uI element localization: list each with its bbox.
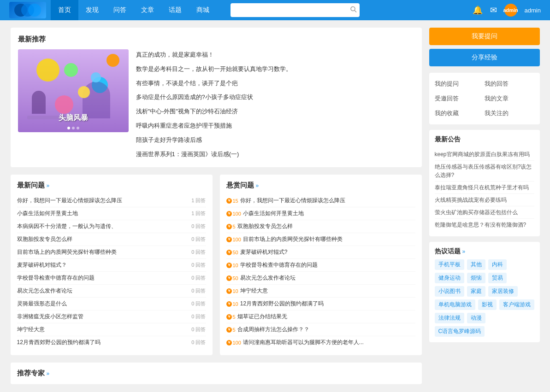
coin-icon-10: ￥ (226, 327, 232, 333)
lq-item-11[interactable]: 12月青西郊野公园的预约都满了吗 0 回答 (17, 336, 206, 349)
experts-title: 推荐专家 (17, 369, 45, 378)
dot-2[interactable] (72, 127, 75, 129)
my-answers[interactable]: 我的回答 (485, 78, 534, 89)
announce-title: 最新公告 (435, 135, 534, 144)
ask-button[interactable]: 我要提问 (429, 28, 540, 45)
lq-item-0[interactable]: 你好，我想问一下最近心情烦躁该怎么降压 1 回答 (17, 194, 206, 207)
my-favorites[interactable]: 我的收藏 (435, 108, 485, 119)
tag-7[interactable]: 家庭 (467, 286, 485, 297)
announce-item-2[interactable]: 泰拉瑞亚鹿角怪只在机荒种子里才有吗 (435, 181, 534, 194)
coin-icon-8: ￥ (226, 301, 232, 307)
featured-item-2[interactable]: 有些事情，不谈是个结，谈开了是个疤 (136, 78, 414, 89)
share-button[interactable]: 分享经验 (429, 49, 540, 66)
lq-item-2[interactable]: 本病病因不十分清楚，一般认为与遗传、 0 回答 (17, 220, 206, 233)
reward-q-link[interactable]: » (256, 182, 259, 189)
coin-icon: ￥ (226, 198, 232, 204)
bell-icon[interactable]: 🔔 (473, 5, 483, 15)
deco-circle-1 (36, 59, 59, 82)
rq-item-4[interactable]: ￥50 麦芽破碎机对辊式? (226, 246, 415, 259)
tag-5[interactable]: 贸易 (488, 273, 507, 283)
announce-item-5[interactable]: 乾隆御笔是啥意思？有没有乾隆御酒? (435, 219, 534, 231)
invited-answers[interactable]: 受邀回答 (435, 93, 485, 104)
tag-8[interactable]: 家居装修 (488, 286, 518, 297)
hot-topics-link[interactable]: » (462, 248, 466, 255)
tags-container: 手机平板 其他 内科 健身运动 烦恼 贸易 小说图书 家庭 家居装修 单机电脑游… (435, 259, 534, 337)
tag-0[interactable]: 手机平板 (435, 259, 464, 270)
header: 首页 发现 问答 文章 话题 商城 🔔 ✉ admin admin (0, 0, 550, 20)
rq-item-0[interactable]: ￥15 你好，我想问一下最近心情烦躁该怎么降压 (226, 194, 415, 207)
rq-item-10[interactable]: ￥5 合成周抽样方法怎么操作？？ (226, 323, 415, 336)
rq-item-9[interactable]: ￥5 烟草证已办结结果无 (226, 310, 415, 323)
announce-item-0[interactable]: keep官网商城的胶原蛋白肽果冻有用吗 (435, 148, 534, 161)
lq-item-6[interactable]: 学校督导检查中德育存在的问题 0 回答 (17, 272, 206, 285)
my-questions[interactable]: 我的提问 (435, 78, 485, 89)
rq-item-1[interactable]: ￥100 小森生活如何开垦黄土地 (226, 207, 415, 220)
nav-discover[interactable]: 发现 (78, 0, 106, 20)
lq-item-3[interactable]: 双胞胎投发专员怎么样 0 回答 (17, 233, 206, 246)
featured-item-6[interactable]: 陪孩子走好升学路读后感 (136, 135, 414, 146)
lq-item-1[interactable]: 小森生活如何开垦黄土地 1 回答 (17, 207, 206, 220)
rq-item-11[interactable]: ￥100 请问潼南惠耳助听器可以为腿脚不方便的老年人... (226, 336, 415, 349)
tag-10[interactable]: 影视 (478, 299, 497, 310)
deco-person-2 (32, 91, 46, 114)
tag-12[interactable]: 法律法规 (435, 313, 464, 323)
user-name[interactable]: admin (525, 7, 541, 14)
hot-topics-title: 热议话题 (435, 247, 461, 256)
tag-11[interactable]: 客户端游戏 (499, 299, 534, 310)
tag-6[interactable]: 小说图书 (435, 286, 464, 297)
tag-3[interactable]: 健身运动 (435, 273, 464, 283)
tag-4[interactable]: 烦恼 (467, 273, 485, 283)
lq-item-8[interactable]: 灵骑最强形态是什么 0 回答 (17, 298, 206, 310)
featured-item-5[interactable]: 呼吸内科重症患者应急护理干预措施 (136, 120, 414, 132)
coin-icon-11: ￥ (226, 340, 232, 345)
lq-item-9[interactable]: 非洲猪瘟无疫小区怎样监管 0 回答 (17, 310, 206, 323)
lq-item-7[interactable]: 易次元怎么发作者论坛 0 回答 (17, 285, 206, 298)
nav-qa[interactable]: 问答 (106, 0, 134, 20)
featured-item-3[interactable]: 多动症是什么原因造成的?小孩子多动症症状 (136, 92, 414, 103)
search-input[interactable] (231, 3, 360, 17)
rq-item-5[interactable]: ￥10 学校督导检查中德育存在的问题 (226, 259, 415, 272)
svg-point-3 (351, 7, 355, 11)
rq-item-3[interactable]: ￥100 目前市场上的内质网荧光探针有哪些种类 (226, 233, 415, 246)
nav-home[interactable]: 首页 (51, 0, 78, 20)
search-button[interactable] (350, 6, 357, 14)
rq-item-2[interactable]: ￥5 双胞胎投发专员怎么样 (226, 220, 415, 233)
featured-list: 真正的成功，就是家庭幸福！ 数学是必考科目之一，故从初一开始就要认真地学习数学。… (136, 49, 414, 160)
tag-2[interactable]: 内科 (488, 259, 507, 270)
featured-item-4[interactable]: 浅析"中心-外围"视角下的沙特石油经济 (136, 106, 414, 117)
my-articles[interactable]: 我的文章 (485, 93, 534, 104)
mail-icon[interactable]: ✉ (490, 5, 497, 15)
lq-item-5[interactable]: 麦芽破碎机对辊式？ 0 回答 (17, 259, 206, 272)
announcement-panel: 最新公告 keep官网商城的胶原蛋白肽果冻有用吗 绝压传感器与表压传感器有啥区别… (429, 130, 540, 236)
avatar[interactable]: admin (504, 4, 517, 17)
dot-1[interactable] (67, 127, 70, 129)
rq-item-8[interactable]: ￥10 12月青西郊野公园的预约都满了吗 (226, 298, 415, 310)
featured-item-0[interactable]: 真正的成功，就是家庭幸福！ (136, 49, 414, 61)
featured-item-7[interactable]: 漫画世界系列1：漫画英国》读后感(一) (136, 149, 414, 160)
tag-14[interactable]: C语言龟罗峰源码 (435, 326, 485, 337)
dot-3[interactable] (77, 127, 79, 129)
experts-link[interactable]: » (47, 370, 50, 377)
announce-item-1[interactable]: 绝压传感器与表压传感器有啥区别?该怎么选择? (435, 161, 534, 181)
lq-item-10[interactable]: 坤宁经大意 0 回答 (17, 323, 206, 336)
my-following[interactable]: 我关注的 (485, 108, 534, 119)
tag-9[interactable]: 单机电脑游戏 (435, 299, 475, 310)
featured-item-1[interactable]: 数学是必考科目之一，故从初一开始就要认真地学习数学。 (136, 64, 414, 75)
rq-item-7[interactable]: ￥10 坤宁经大意 (226, 285, 415, 298)
announce-item-3[interactable]: 火线精英挑战战宠有必要练吗 (435, 194, 534, 206)
featured-image[interactable]: 头脑风暴 (18, 49, 129, 132)
coin-icon-7: ￥ (226, 288, 232, 294)
nav-topic[interactable]: 话题 (161, 0, 189, 20)
logo[interactable] (9, 2, 46, 18)
lq-item-4[interactable]: 目前市场上的内质网荧光探针有哪些种类 0 回答 (17, 246, 206, 259)
tag-1[interactable]: 其他 (467, 259, 485, 270)
nav-shop[interactable]: 商城 (189, 0, 217, 20)
announce-item-4[interactable]: 萤火虫矿池购买存储器还包括什么 (435, 206, 534, 219)
latest-q-title: 最新问题 (17, 181, 45, 190)
rq-item-6[interactable]: ￥50 易次元怎么发作者论坛 (226, 272, 415, 285)
main-nav: 首页 发现 问答 文章 话题 商城 (51, 0, 217, 20)
nav-article[interactable]: 文章 (134, 0, 161, 20)
latest-q-link[interactable]: » (47, 182, 50, 189)
reward-questions: 悬赏问题 » ￥15 你好，我想问一下最近心情烦躁该怎么降压 ￥100 小森生活… (220, 175, 422, 355)
tag-13[interactable]: 动漫 (467, 313, 485, 323)
